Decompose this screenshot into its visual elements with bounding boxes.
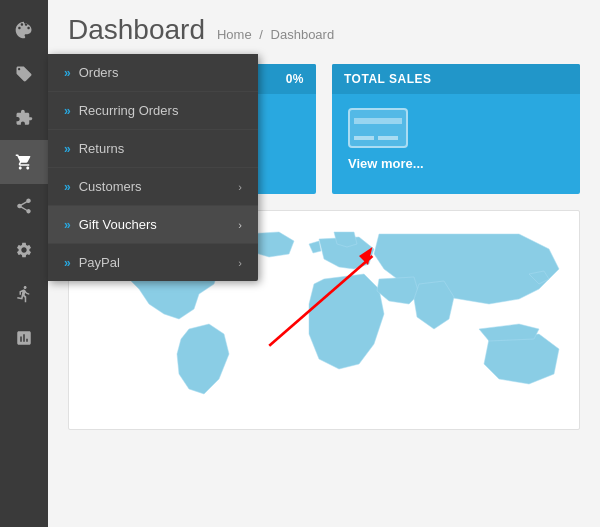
dropdown-item-gift-vouchers[interactable]: » Gift Vouchers › bbox=[48, 206, 258, 244]
dropdown-item-returns[interactable]: » Returns bbox=[48, 130, 258, 168]
sidebar-item-settings[interactable] bbox=[0, 228, 48, 272]
total-sales-card: TOTAL SALES View more... bbox=[332, 64, 580, 194]
dropdown-item-orders[interactable]: » Orders bbox=[48, 54, 258, 92]
content-area: TOTAL ORDERS 0% 0 TOTAL SALES View more.… bbox=[48, 54, 600, 527]
sidebar-item-extensions[interactable] bbox=[0, 96, 48, 140]
paypal-label: PayPal bbox=[79, 255, 120, 270]
dropdown-item-customers[interactable]: » Customers › bbox=[48, 168, 258, 206]
gift-vouchers-chevron-icon: » bbox=[64, 218, 71, 232]
sidebar bbox=[0, 0, 48, 527]
returns-chevron-icon: » bbox=[64, 142, 71, 156]
total-sales-label: TOTAL SALES bbox=[344, 72, 432, 86]
gift-vouchers-label: Gift Vouchers bbox=[79, 217, 157, 232]
customers-chevron-icon: » bbox=[64, 180, 71, 194]
sidebar-item-marketing[interactable] bbox=[0, 184, 48, 228]
breadcrumb: Home / Dashboard bbox=[217, 27, 334, 42]
credit-card-icon bbox=[348, 108, 408, 148]
dropdown-item-paypal[interactable]: » PayPal › bbox=[48, 244, 258, 281]
gift-vouchers-arrow-icon: › bbox=[238, 219, 242, 231]
recurring-label: Recurring Orders bbox=[79, 103, 179, 118]
orders-label: Orders bbox=[79, 65, 119, 80]
customers-label: Customers bbox=[79, 179, 142, 194]
recurring-chevron-icon: » bbox=[64, 104, 71, 118]
sidebar-item-design[interactable] bbox=[0, 8, 48, 52]
breadcrumb-separator: / bbox=[259, 27, 263, 42]
customers-arrow-icon: › bbox=[238, 181, 242, 193]
main-content: Dashboard Home / Dashboard TOTAL ORDERS … bbox=[48, 0, 600, 527]
total-sales-body: View more... bbox=[332, 94, 580, 184]
paypal-arrow-icon: › bbox=[238, 257, 242, 269]
breadcrumb-current: Dashboard bbox=[271, 27, 335, 42]
header: Dashboard Home / Dashboard bbox=[48, 0, 600, 54]
orders-chevron-icon: » bbox=[64, 66, 71, 80]
sidebar-item-catalog[interactable] bbox=[0, 52, 48, 96]
dropdown-menu: » Orders » Recurring Orders » Returns » bbox=[48, 54, 258, 281]
page-title: Dashboard bbox=[68, 14, 205, 46]
breadcrumb-home[interactable]: Home bbox=[217, 27, 252, 42]
total-sales-header: TOTAL SALES bbox=[332, 64, 580, 94]
sidebar-item-system[interactable] bbox=[0, 272, 48, 316]
paypal-chevron-icon: » bbox=[64, 256, 71, 270]
view-more-link[interactable]: View more... bbox=[348, 156, 424, 171]
total-orders-percent: 0% bbox=[286, 72, 304, 86]
dropdown-item-recurring[interactable]: » Recurring Orders bbox=[48, 92, 258, 130]
sidebar-item-orders[interactable] bbox=[0, 140, 48, 184]
returns-label: Returns bbox=[79, 141, 125, 156]
sidebar-item-reports[interactable] bbox=[0, 316, 48, 360]
